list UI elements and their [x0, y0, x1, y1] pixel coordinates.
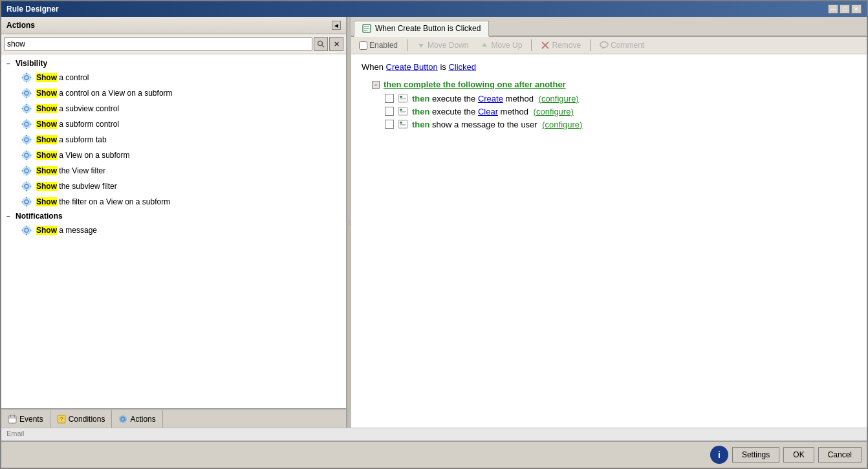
clicked-link[interactable]: Clicked — [448, 62, 476, 72]
conditions-tab[interactable]: ? Conditions — [50, 409, 113, 428]
svg-point-29 — [26, 144, 27, 145]
list-item[interactable]: Show a subview control — [1, 101, 346, 116]
svg-rect-79 — [400, 98, 406, 99]
svg-point-26 — [22, 135, 31, 144]
item-text: Show a subview control — [36, 104, 119, 113]
svg-rect-80 — [400, 100, 405, 100]
clear-method-link[interactable]: Clear — [478, 107, 498, 116]
svg-point-23 — [26, 128, 27, 129]
move-down-icon — [417, 41, 426, 50]
list-item[interactable]: Show a subform control — [1, 116, 346, 132]
list-item[interactable]: Show a View on a subform — [1, 147, 346, 163]
svg-point-24 — [22, 124, 23, 125]
svg-point-16 — [26, 104, 27, 105]
comment-button[interactable]: Comment — [596, 39, 648, 51]
svg-text:?: ? — [60, 416, 63, 422]
move-down-label: Move Down — [428, 41, 468, 50]
svg-point-56 — [22, 226, 31, 235]
settings-button[interactable]: Settings — [732, 447, 779, 463]
list-item[interactable]: Show the subview filter — [1, 179, 346, 194]
list-item[interactable]: Show the filter on a View on a subform — [1, 194, 346, 210]
svg-point-54 — [22, 201, 23, 202]
action-1-configure-link[interactable]: (configure) — [539, 94, 579, 104]
panel-collapse-button[interactable]: ◄ — [332, 21, 341, 30]
rule-tab-label: When Create Button is Clicked — [375, 24, 481, 33]
svg-point-14 — [22, 104, 31, 113]
action-icon — [21, 118, 32, 130]
move-down-button[interactable]: Move Down — [413, 39, 472, 51]
events-tab[interactable]: Events — [1, 409, 50, 428]
calendar-icon — [8, 415, 17, 424]
enabled-checkbox-container[interactable]: Enabled — [355, 39, 402, 51]
svg-point-28 — [26, 135, 27, 136]
enabled-label: Enabled — [369, 41, 398, 50]
rule-tab[interactable]: When Create Button is Clicked — [354, 21, 489, 37]
svg-point-0 — [318, 41, 323, 46]
window-title: Rule Designer — [6, 5, 59, 14]
list-item[interactable]: Show a control on a View on a subform — [1, 85, 346, 101]
is-text: is — [440, 62, 446, 72]
move-up-icon — [480, 41, 489, 50]
action-3-checkbox[interactable] — [385, 120, 394, 129]
toolbar-separator-1 — [407, 39, 407, 51]
action-1-checkbox[interactable] — [385, 94, 394, 103]
action-icon — [21, 103, 32, 115]
search-input[interactable] — [4, 38, 312, 50]
action-icon — [21, 224, 32, 236]
svg-point-12 — [22, 93, 23, 94]
notifications-group-header[interactable]: − Notifications — [1, 210, 346, 223]
info-button[interactable]: i — [710, 446, 728, 464]
rule-designer-window: Rule Designer — □ ✕ Actions ◄ ✕ — [0, 0, 868, 469]
action-icon — [21, 134, 32, 146]
right-panel: When Create Button is Clicked Enabled Mo… — [351, 17, 867, 428]
svg-point-10 — [26, 89, 27, 90]
email-placeholder: Email — [6, 430, 25, 437]
sequence-collapse-button[interactable]: − — [372, 81, 380, 89]
action-2-configure-link[interactable]: (configure) — [534, 107, 574, 116]
title-bar-controls: — □ ✕ — [828, 5, 862, 14]
minimize-button[interactable]: — — [828, 5, 838, 14]
comment-label: Comment — [611, 41, 644, 50]
remove-icon — [541, 41, 550, 50]
create-button-link[interactable]: Create Button — [386, 62, 438, 72]
svg-line-1 — [322, 45, 324, 47]
create-method-link[interactable]: Create — [478, 94, 503, 104]
svg-point-18 — [22, 108, 23, 109]
action-icon — [21, 196, 32, 208]
search-button[interactable] — [314, 37, 328, 51]
list-item[interactable]: Show a message — [1, 223, 346, 238]
ok-button[interactable]: OK — [783, 447, 814, 463]
actions-panel-header: Actions ◄ — [1, 17, 346, 34]
maximize-button[interactable]: □ — [840, 5, 850, 14]
close-button[interactable]: ✕ — [851, 5, 862, 14]
action-item: then execute the Create method (configur… — [385, 93, 856, 104]
move-up-button[interactable]: Move Up — [476, 39, 526, 51]
svg-point-59 — [26, 234, 27, 235]
events-tab-label: Events — [19, 415, 43, 424]
svg-point-31 — [30, 139, 32, 140]
visibility-group-header[interactable]: − Visibility — [1, 57, 346, 70]
action-item: then show a message to the user (configu… — [385, 119, 856, 129]
clear-search-button[interactable]: ✕ — [329, 37, 343, 51]
sequence-label[interactable]: then complete the following one after an… — [384, 80, 566, 89]
action-1-icon — [398, 93, 408, 104]
svg-point-32 — [22, 151, 31, 160]
list-item[interactable]: Show a subform tab — [1, 132, 346, 147]
visibility-group-label: Visibility — [16, 59, 47, 68]
action-2-checkbox[interactable] — [385, 107, 394, 116]
item-text: Show a subform tab — [36, 135, 107, 144]
enabled-checkbox[interactable] — [359, 41, 367, 50]
list-item[interactable]: Show the View filter — [1, 163, 346, 179]
action-icon — [21, 149, 32, 161]
svg-point-43 — [30, 170, 32, 171]
svg-point-60 — [22, 230, 23, 231]
remove-button[interactable]: Remove — [537, 39, 585, 51]
actions-tab[interactable]: Actions — [112, 409, 162, 428]
cancel-button[interactable]: Cancel — [818, 447, 862, 463]
list-item[interactable]: Show a control — [1, 70, 346, 85]
action-3-configure-link[interactable]: (configure) — [542, 120, 582, 129]
actions-tree: − Visibility Show a con — [1, 54, 346, 408]
actions-tab-icon — [118, 415, 127, 424]
item-text: Show a control — [36, 73, 89, 82]
svg-point-47 — [26, 190, 27, 191]
